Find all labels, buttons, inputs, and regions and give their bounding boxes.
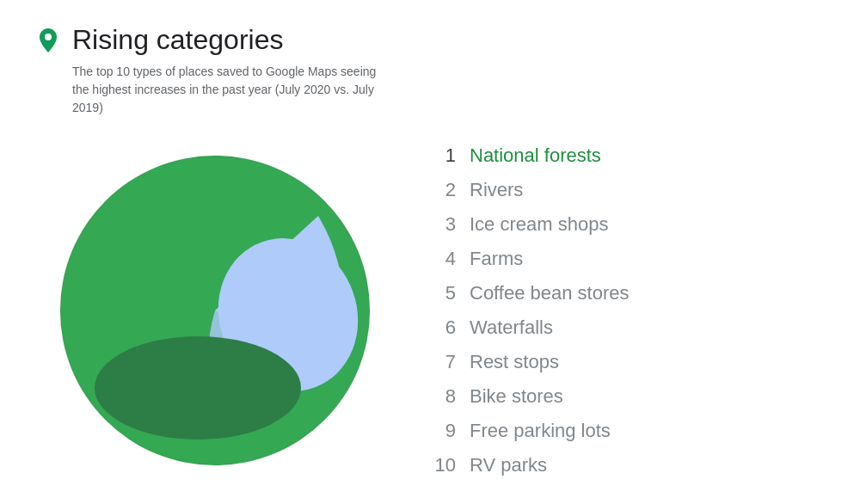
list-label: Free parking lots: [470, 420, 611, 442]
list-rank: 5: [430, 282, 456, 304]
subtitle-text: The top 10 types of places saved to Goog…: [0, 63, 413, 134]
list-label: RV parks: [470, 454, 547, 476]
list-rank: 4: [430, 248, 456, 270]
list-item: 4Farms: [430, 244, 843, 274]
chart-area: [34, 147, 396, 474]
list-label: Farms: [470, 248, 523, 270]
list-item: 1National forests: [430, 141, 843, 170]
list-label: Rivers: [470, 179, 523, 201]
ranked-list: 1National forests2Rivers3Ice cream shops…: [413, 141, 843, 480]
list-rank: 3: [430, 213, 456, 236]
list-label: Coffee bean stores: [470, 282, 630, 304]
svg-point-4: [95, 336, 301, 439]
list-label: Waterfalls: [470, 317, 553, 339]
list-item: 3Ice cream shops: [430, 210, 843, 239]
list-rank: 10: [430, 454, 456, 476]
page-header: Rising categories: [0, 0, 860, 63]
list-rank: 2: [430, 179, 456, 201]
list-label: Bike stores: [470, 385, 563, 408]
list-item: 8Bike stores: [430, 382, 843, 411]
location-pin-icon: [34, 27, 62, 54]
pie-chart: [52, 147, 378, 474]
svg-point-0: [45, 34, 52, 40]
main-content: 1National forests2Rivers3Ice cream shops…: [0, 134, 860, 504]
list-label: National forests: [470, 144, 601, 167]
list-rank: 1: [430, 144, 456, 167]
list-label: Rest stops: [470, 351, 559, 373]
list-rank: 7: [430, 351, 456, 373]
list-item: 7Rest stops: [430, 347, 843, 377]
list-item: 5Coffee bean stores: [430, 279, 843, 308]
list-rank: 6: [430, 317, 456, 339]
list-label: Ice cream shops: [470, 213, 608, 236]
list-item: 6Waterfalls: [430, 313, 843, 342]
list-item: 10RV parks: [430, 451, 843, 480]
list-rank: 9: [430, 420, 456, 442]
list-rank: 8: [430, 385, 456, 408]
list-item: 9Free parking lots: [430, 416, 843, 446]
list-item: 2Rivers: [430, 175, 843, 205]
page-title: Rising categories: [72, 24, 283, 56]
